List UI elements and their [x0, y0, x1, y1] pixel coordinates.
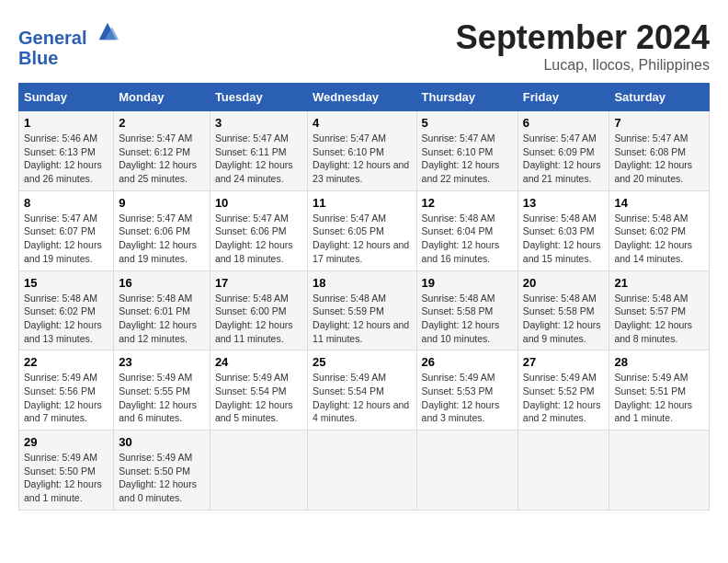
col-saturday: Saturday [609, 84, 710, 111]
table-row [210, 431, 307, 511]
day-info: Sunrise: 5:48 AMSunset: 6:03 PMDaylight:… [523, 213, 601, 264]
day-info: Sunrise: 5:47 AMSunset: 6:07 PMDaylight:… [24, 213, 102, 264]
col-friday: Friday [518, 84, 609, 111]
day-number: 20 [523, 276, 605, 290]
col-thursday: Thursday [416, 84, 518, 111]
day-info: Sunrise: 5:47 AMSunset: 6:12 PMDaylight:… [119, 132, 197, 184]
day-number: 12 [422, 196, 513, 210]
day-info: Sunrise: 5:48 AMSunset: 6:02 PMDaylight:… [24, 293, 102, 344]
day-info: Sunrise: 5:48 AMSunset: 6:01 PMDaylight:… [119, 293, 197, 344]
calendar-week-row: 22 Sunrise: 5:49 AMSunset: 5:56 PMDaylig… [19, 350, 710, 431]
logo: General Blue [18, 18, 120, 68]
day-number: 30 [119, 435, 205, 449]
table-row: 15 Sunrise: 5:48 AMSunset: 6:02 PMDaylig… [19, 270, 114, 350]
day-info: Sunrise: 5:48 AMSunset: 5:59 PMDaylight:… [313, 293, 409, 344]
day-number: 15 [24, 276, 108, 290]
day-info: Sunrise: 5:47 AMSunset: 6:09 PMDaylight:… [523, 132, 601, 184]
col-tuesday: Tuesday [210, 84, 307, 111]
day-info: Sunrise: 5:46 AMSunset: 6:13 PMDaylight:… [24, 132, 102, 184]
col-sunday: Sunday [19, 84, 114, 111]
day-number: 14 [614, 196, 704, 210]
day-info: Sunrise: 5:48 AMSunset: 6:02 PMDaylight:… [614, 213, 692, 264]
day-info: Sunrise: 5:48 AMSunset: 6:00 PMDaylight:… [215, 293, 293, 344]
table-row: 11 Sunrise: 5:47 AMSunset: 6:05 PMDaylig… [308, 190, 416, 270]
table-row: 10 Sunrise: 5:47 AMSunset: 6:06 PMDaylig… [210, 190, 307, 270]
logo-blue: Blue [18, 48, 120, 68]
day-info: Sunrise: 5:47 AMSunset: 6:11 PMDaylight:… [215, 132, 293, 184]
table-row [609, 431, 710, 511]
table-row: 22 Sunrise: 5:49 AMSunset: 5:56 PMDaylig… [19, 350, 114, 431]
day-number: 1 [24, 116, 108, 130]
day-number: 2 [119, 116, 205, 130]
table-row: 3 Sunrise: 5:47 AMSunset: 6:11 PMDayligh… [210, 111, 307, 191]
day-number: 24 [215, 355, 302, 369]
day-number: 25 [313, 355, 411, 369]
table-row: 9 Sunrise: 5:47 AMSunset: 6:06 PMDayligh… [114, 190, 210, 270]
day-info: Sunrise: 5:48 AMSunset: 5:58 PMDaylight:… [523, 293, 601, 344]
day-number: 22 [24, 355, 108, 369]
col-wednesday: Wednesday [308, 84, 416, 111]
day-number: 11 [313, 196, 411, 210]
day-info: Sunrise: 5:47 AMSunset: 6:10 PMDaylight:… [313, 132, 409, 184]
day-number: 26 [422, 355, 513, 369]
table-row: 8 Sunrise: 5:47 AMSunset: 6:07 PMDayligh… [19, 190, 114, 270]
table-row: 13 Sunrise: 5:48 AMSunset: 6:03 PMDaylig… [518, 190, 609, 270]
calendar-table: Sunday Monday Tuesday Wednesday Thursday… [18, 83, 710, 511]
day-number: 27 [523, 355, 605, 369]
table-row: 30 Sunrise: 5:49 AMSunset: 5:50 PMDaylig… [114, 431, 210, 511]
table-row [518, 431, 609, 511]
table-row: 28 Sunrise: 5:49 AMSunset: 5:51 PMDaylig… [609, 350, 710, 431]
table-row: 26 Sunrise: 5:49 AMSunset: 5:53 PMDaylig… [416, 350, 518, 431]
day-info: Sunrise: 5:47 AMSunset: 6:06 PMDaylight:… [119, 213, 197, 264]
day-info: Sunrise: 5:49 AMSunset: 5:50 PMDaylight:… [24, 452, 102, 503]
day-number: 3 [215, 116, 302, 130]
title-block: September 2024 Lucap, Ilocos, Philippine… [456, 18, 710, 74]
day-info: Sunrise: 5:47 AMSunset: 6:10 PMDaylight:… [422, 132, 500, 184]
calendar-week-row: 1 Sunrise: 5:46 AMSunset: 6:13 PMDayligh… [19, 111, 710, 191]
day-info: Sunrise: 5:49 AMSunset: 5:50 PMDaylight:… [119, 452, 197, 503]
day-info: Sunrise: 5:47 AMSunset: 6:06 PMDaylight:… [215, 213, 293, 264]
logo-icon [95, 18, 120, 44]
logo-general: General [18, 28, 86, 48]
table-row [308, 431, 416, 511]
table-row: 14 Sunrise: 5:48 AMSunset: 6:02 PMDaylig… [609, 190, 710, 270]
table-row: 16 Sunrise: 5:48 AMSunset: 6:01 PMDaylig… [114, 270, 210, 350]
day-number: 21 [614, 276, 704, 290]
calendar-week-row: 8 Sunrise: 5:47 AMSunset: 6:07 PMDayligh… [19, 190, 710, 270]
day-number: 23 [119, 355, 205, 369]
page-header: General Blue September 2024 Lucap, Iloco… [18, 18, 710, 74]
table-row: 2 Sunrise: 5:47 AMSunset: 6:12 PMDayligh… [114, 111, 210, 191]
day-info: Sunrise: 5:49 AMSunset: 5:56 PMDaylight:… [24, 372, 102, 423]
calendar-week-row: 29 Sunrise: 5:49 AMSunset: 5:50 PMDaylig… [19, 431, 710, 511]
location-title: Lucap, Ilocos, Philippines [456, 57, 710, 74]
calendar-week-row: 15 Sunrise: 5:48 AMSunset: 6:02 PMDaylig… [19, 270, 710, 350]
day-info: Sunrise: 5:47 AMSunset: 6:08 PMDaylight:… [614, 132, 692, 184]
day-info: Sunrise: 5:49 AMSunset: 5:55 PMDaylight:… [119, 372, 197, 423]
table-row: 17 Sunrise: 5:48 AMSunset: 6:00 PMDaylig… [210, 270, 307, 350]
table-row: 21 Sunrise: 5:48 AMSunset: 5:57 PMDaylig… [609, 270, 710, 350]
table-row: 18 Sunrise: 5:48 AMSunset: 5:59 PMDaylig… [308, 270, 416, 350]
table-row: 23 Sunrise: 5:49 AMSunset: 5:55 PMDaylig… [114, 350, 210, 431]
day-number: 28 [614, 355, 704, 369]
day-number: 13 [523, 196, 605, 210]
table-row: 6 Sunrise: 5:47 AMSunset: 6:09 PMDayligh… [518, 111, 609, 191]
table-row: 20 Sunrise: 5:48 AMSunset: 5:58 PMDaylig… [518, 270, 609, 350]
day-info: Sunrise: 5:47 AMSunset: 6:05 PMDaylight:… [313, 213, 409, 264]
calendar-header-row: Sunday Monday Tuesday Wednesday Thursday… [19, 84, 710, 111]
day-info: Sunrise: 5:49 AMSunset: 5:54 PMDaylight:… [215, 372, 293, 423]
table-row: 7 Sunrise: 5:47 AMSunset: 6:08 PMDayligh… [609, 111, 710, 191]
day-number: 6 [523, 116, 605, 130]
table-row: 24 Sunrise: 5:49 AMSunset: 5:54 PMDaylig… [210, 350, 307, 431]
day-info: Sunrise: 5:49 AMSunset: 5:54 PMDaylight:… [313, 372, 409, 423]
day-info: Sunrise: 5:49 AMSunset: 5:52 PMDaylight:… [523, 372, 601, 423]
day-number: 19 [422, 276, 513, 290]
day-number: 16 [119, 276, 205, 290]
table-row: 19 Sunrise: 5:48 AMSunset: 5:58 PMDaylig… [416, 270, 518, 350]
day-number: 8 [24, 196, 108, 210]
logo-text: General [18, 18, 120, 48]
table-row: 25 Sunrise: 5:49 AMSunset: 5:54 PMDaylig… [308, 350, 416, 431]
table-row: 27 Sunrise: 5:49 AMSunset: 5:52 PMDaylig… [518, 350, 609, 431]
table-row: 4 Sunrise: 5:47 AMSunset: 6:10 PMDayligh… [308, 111, 416, 191]
day-info: Sunrise: 5:48 AMSunset: 5:58 PMDaylight:… [422, 293, 500, 344]
col-monday: Monday [114, 84, 210, 111]
